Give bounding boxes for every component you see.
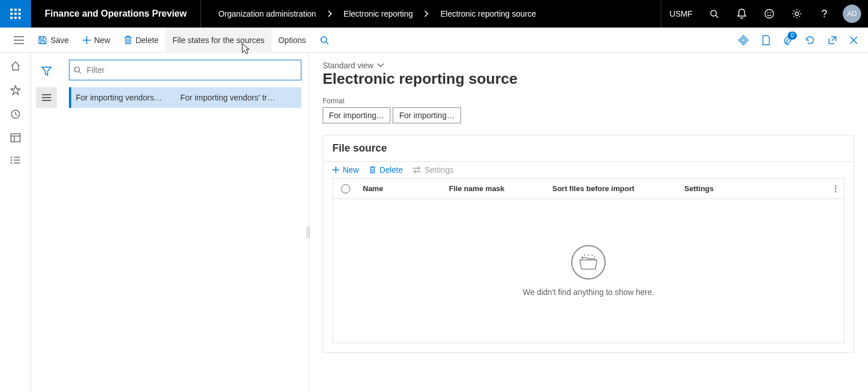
save-label: Save bbox=[51, 36, 69, 45]
save-icon bbox=[38, 36, 47, 45]
col-header-sort[interactable]: Sort files before import bbox=[548, 184, 680, 193]
format-value-1[interactable]: For importing… bbox=[323, 107, 390, 123]
search-icon bbox=[73, 66, 82, 74]
top-bar: Finance and Operations Preview Organizat… bbox=[0, 0, 868, 28]
action-bar: Save New Delete File states for the sour… bbox=[0, 28, 868, 53]
file-states-button[interactable]: File states for the sources bbox=[165, 28, 271, 53]
view-label: Standard view bbox=[323, 61, 374, 70]
nav-toggle[interactable] bbox=[7, 28, 31, 53]
attachments-button[interactable]: 0 bbox=[783, 35, 792, 45]
file-source-card: File source New Delete Settings bbox=[323, 135, 854, 353]
svg-point-3 bbox=[768, 12, 769, 13]
filter-input[interactable] bbox=[69, 60, 301, 80]
col-header-settings[interactable]: Settings bbox=[680, 184, 827, 193]
popout-icon bbox=[828, 36, 837, 45]
company-picker[interactable]: USMF bbox=[661, 0, 700, 28]
svg-line-12 bbox=[326, 42, 328, 44]
svg-point-19 bbox=[10, 157, 12, 158]
breadcrumb-item[interactable]: Electronic reporting source bbox=[440, 9, 536, 18]
search-icon bbox=[320, 36, 329, 45]
feedback-button[interactable] bbox=[755, 0, 783, 28]
format-value-2[interactable]: For importing… bbox=[393, 107, 460, 123]
col-header-name[interactable]: Name bbox=[358, 184, 444, 193]
swap-icon bbox=[413, 166, 421, 173]
grid-header: Name File name mask Sort files before im… bbox=[333, 178, 844, 199]
popout-button[interactable] bbox=[828, 36, 837, 45]
smiley-icon bbox=[764, 9, 774, 19]
action-search-button[interactable] bbox=[313, 28, 336, 53]
card-settings-label: Settings bbox=[424, 165, 454, 174]
delete-button[interactable]: Delete bbox=[117, 28, 165, 53]
app-launcher[interactable] bbox=[0, 0, 31, 28]
breadcrumb-item[interactable]: Organization administration bbox=[218, 9, 316, 18]
nav-recent[interactable] bbox=[10, 109, 21, 119]
user-avatar[interactable]: AD bbox=[843, 5, 861, 23]
empty-text: We didn't find anything to show here. bbox=[523, 288, 654, 297]
attachments-badge: 0 bbox=[788, 32, 797, 40]
open-office-button[interactable] bbox=[761, 35, 770, 45]
document-icon bbox=[761, 35, 770, 45]
grid-column-menu[interactable]: ⋮ bbox=[827, 184, 844, 193]
new-label: New bbox=[94, 36, 110, 45]
nav-favorites[interactable] bbox=[10, 85, 21, 95]
star-icon bbox=[10, 85, 21, 95]
save-button[interactable]: Save bbox=[31, 28, 76, 53]
view-rail bbox=[31, 53, 62, 392]
empty-folder-icon bbox=[571, 245, 606, 280]
svg-point-0 bbox=[711, 10, 716, 16]
plus-icon bbox=[83, 36, 91, 44]
svg-point-21 bbox=[10, 160, 12, 161]
svg-point-2 bbox=[765, 10, 774, 18]
svg-point-28 bbox=[75, 67, 80, 72]
list-row[interactable]: For importing vendors… For importing ven… bbox=[69, 87, 301, 108]
nav-workspaces[interactable] bbox=[10, 133, 21, 142]
card-new-label: New bbox=[343, 165, 359, 174]
close-icon bbox=[850, 36, 858, 44]
chevron-down-icon bbox=[377, 63, 384, 68]
card-new-button[interactable]: New bbox=[332, 165, 359, 174]
card-toolbar: New Delete Settings bbox=[323, 161, 854, 178]
nav-rail bbox=[0, 53, 31, 392]
options-button[interactable]: Options bbox=[272, 28, 313, 53]
list-row-col1: For importing vendors… bbox=[76, 93, 173, 102]
svg-rect-16 bbox=[11, 134, 20, 142]
delete-label: Delete bbox=[135, 36, 158, 45]
detail-panel: Standard view Electronic reporting sourc… bbox=[309, 53, 868, 392]
select-all-checkbox[interactable] bbox=[341, 184, 350, 193]
filter-view-button[interactable] bbox=[36, 61, 57, 81]
chevron-right-icon bbox=[416, 10, 437, 17]
card-delete-button[interactable]: Delete bbox=[369, 165, 402, 174]
app-title: Finance and Operations Preview bbox=[31, 0, 201, 28]
filter-icon bbox=[41, 67, 52, 76]
diamond-icon bbox=[738, 35, 749, 45]
workspace-icon bbox=[10, 133, 21, 142]
card-title: File source bbox=[323, 135, 854, 161]
trash-icon bbox=[124, 36, 132, 45]
settings-button[interactable] bbox=[783, 0, 811, 28]
home-icon bbox=[10, 61, 21, 71]
refresh-icon bbox=[805, 35, 815, 45]
splitter-handle[interactable] bbox=[307, 223, 310, 242]
breadcrumb-item[interactable]: Electronic reporting bbox=[344, 9, 413, 18]
svg-line-1 bbox=[716, 15, 718, 18]
list-panel: For importing vendors… For importing ven… bbox=[62, 53, 309, 392]
view-selector[interactable]: Standard view bbox=[323, 61, 854, 70]
search-button[interactable] bbox=[700, 0, 728, 28]
page-title: Electronic reporting source bbox=[323, 70, 854, 88]
waffle-icon bbox=[10, 9, 21, 19]
chevron-right-icon bbox=[320, 10, 340, 17]
refresh-button[interactable] bbox=[805, 35, 815, 45]
col-header-mask[interactable]: File name mask bbox=[444, 184, 548, 193]
new-button[interactable]: New bbox=[76, 28, 117, 53]
notifications-button[interactable] bbox=[728, 0, 755, 28]
list-icon bbox=[41, 94, 52, 102]
nav-modules[interactable] bbox=[10, 156, 21, 164]
list-view-button[interactable] bbox=[36, 87, 57, 108]
grid-empty-state: We didn't find anything to show here. bbox=[333, 199, 844, 343]
power-apps-button[interactable] bbox=[738, 35, 749, 45]
svg-point-23 bbox=[10, 162, 12, 164]
nav-home[interactable] bbox=[10, 61, 21, 71]
close-button[interactable] bbox=[850, 36, 858, 44]
help-button[interactable]: ? bbox=[811, 0, 838, 28]
file-states-label: File states for the sources bbox=[172, 36, 264, 45]
